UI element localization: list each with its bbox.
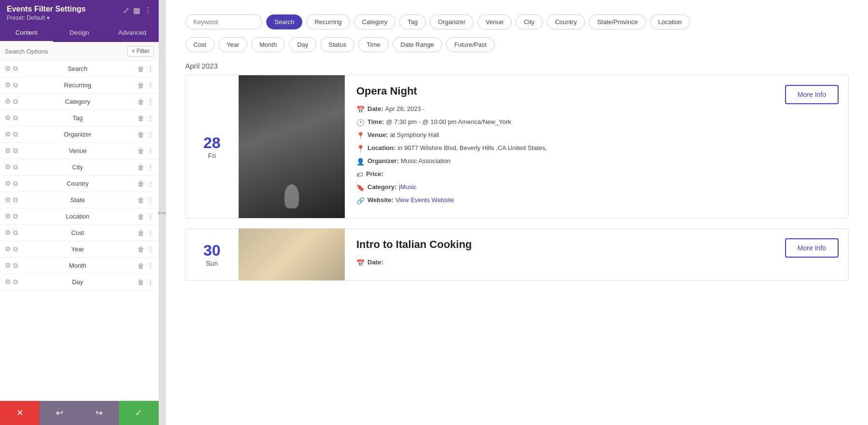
delete-icon[interactable]: 🗑 — [137, 114, 144, 122]
copy-icon[interactable]: ⧉ — [13, 114, 18, 122]
chip-country[interactable]: Country — [547, 14, 585, 29]
settings-icon[interactable]: ⚙ — [5, 261, 11, 270]
more-info-button-2[interactable]: More Info — [785, 238, 839, 258]
more-options-icon[interactable]: ⋮ — [147, 98, 154, 106]
filter-row-1: SearchRecurringCategoryTagOrganizerVenue… — [185, 14, 849, 29]
delete-icon[interactable]: 🗑 — [137, 229, 144, 237]
more-options-icon[interactable]: ⋮ — [147, 114, 154, 122]
chip-city[interactable]: City — [515, 14, 542, 29]
chip-tag[interactable]: Tag — [399, 14, 426, 29]
chip-recurring[interactable]: Recurring — [306, 14, 350, 29]
copy-icon[interactable]: ⧉ — [13, 65, 18, 73]
more-options-icon[interactable]: ⋮ — [147, 262, 154, 270]
more-info-button-1[interactable]: More Info — [785, 85, 839, 104]
copy-icon[interactable]: ⧉ — [13, 278, 18, 286]
settings-icon[interactable]: ⚙ — [5, 147, 11, 155]
settings-icon[interactable]: ⚙ — [5, 65, 11, 73]
tab-advanced[interactable]: Advanced — [106, 24, 159, 42]
chip-future-past[interactable]: Future/Past — [446, 37, 495, 52]
delete-icon[interactable]: 🗑 — [137, 213, 144, 220]
more-options-icon[interactable]: ⋮ — [147, 82, 154, 89]
settings-icon[interactable]: ⚙ — [5, 229, 11, 237]
expand-icon[interactable]: ⤢ — [123, 6, 129, 15]
search-options-input[interactable] — [5, 48, 127, 55]
copy-icon[interactable]: ⧉ — [13, 245, 18, 253]
more-options-icon[interactable]: ⋮ — [147, 246, 154, 253]
delete-icon[interactable]: 🗑 — [137, 262, 144, 270]
copy-icon[interactable]: ⧉ — [13, 196, 18, 204]
more-options-icon[interactable]: ⋮ — [147, 147, 154, 155]
more-options-icon[interactable]: ⋮ — [147, 131, 154, 138]
confirm-button[interactable]: ✓ — [119, 401, 159, 425]
more-options-icon[interactable]: ⋮ — [147, 229, 154, 237]
panel-item-label: Organizer — [21, 131, 135, 138]
delete-icon[interactable]: 🗑 — [137, 180, 144, 188]
copy-icon[interactable]: ⧉ — [13, 212, 18, 220]
chip-state-province[interactable]: State/Province — [589, 14, 646, 29]
panel-item-label: Country — [21, 180, 135, 187]
delete-icon[interactable]: 🗑 — [137, 196, 144, 204]
panel-item-label: Tag — [21, 114, 135, 122]
more-options-icon[interactable]: ⋮ — [147, 180, 154, 188]
redo-button[interactable]: ↪ — [80, 401, 119, 425]
keyword-input[interactable] — [185, 14, 262, 29]
settings-icon[interactable]: ⚙ — [5, 81, 11, 89]
delete-icon[interactable]: 🗑 — [137, 65, 144, 73]
copy-icon[interactable]: ⧉ — [13, 179, 18, 188]
copy-icon[interactable]: ⧉ — [13, 229, 18, 237]
delete-icon[interactable]: 🗑 — [137, 82, 144, 89]
chip-organizer[interactable]: Organizer — [430, 14, 474, 29]
delete-icon[interactable]: 🗑 — [137, 98, 144, 106]
settings-icon[interactable]: ⚙ — [5, 179, 11, 188]
copy-icon[interactable]: ⧉ — [13, 130, 18, 138]
organizer-label: Organizer: — [367, 156, 399, 166]
more-options-icon[interactable]: ⋮ — [147, 278, 154, 286]
settings-icon[interactable]: ⚙ — [5, 278, 11, 286]
settings-icon[interactable]: ⚙ — [5, 245, 11, 253]
website-link[interactable]: View Events Website — [395, 195, 454, 205]
copy-icon[interactable]: ⧉ — [13, 147, 18, 155]
chip-venue[interactable]: Venue — [477, 14, 512, 29]
chip-year[interactable]: Year — [218, 37, 247, 52]
undo-button[interactable]: ↩ — [40, 401, 79, 425]
panel-preset[interactable]: Preset: Default ▾ — [7, 14, 86, 21]
chip-status[interactable]: Status — [320, 37, 354, 52]
cancel-button[interactable]: ✕ — [0, 401, 40, 425]
copy-icon[interactable]: ⧉ — [13, 261, 18, 270]
chip-time[interactable]: Time — [358, 37, 388, 52]
settings-icon[interactable]: ⚙ — [5, 97, 11, 106]
more-options-icon[interactable]: ⋮ — [147, 65, 154, 73]
chip-search[interactable]: Search — [266, 14, 302, 29]
settings-icon[interactable]: ⚙ — [5, 196, 11, 204]
resize-handle[interactable]: ⟺ — [159, 0, 166, 425]
more-options-icon[interactable]: ⋮ — [147, 164, 154, 171]
copy-icon[interactable]: ⧉ — [13, 163, 18, 171]
copy-icon[interactable]: ⧉ — [13, 97, 18, 106]
more-options-icon[interactable]: ⋮ — [147, 196, 154, 204]
copy-icon[interactable]: ⧉ — [13, 81, 18, 89]
chip-category[interactable]: Category — [354, 14, 396, 29]
delete-icon[interactable]: 🗑 — [137, 131, 144, 138]
filter-button[interactable]: + Filter — [127, 46, 154, 56]
chip-month[interactable]: Month — [251, 37, 285, 52]
more-icon[interactable]: ⋮ — [144, 6, 152, 15]
delete-icon[interactable]: 🗑 — [137, 147, 144, 155]
delete-icon[interactable]: 🗑 — [137, 278, 144, 286]
settings-icon[interactable]: ⚙ — [5, 130, 11, 138]
more-options-icon[interactable]: ⋮ — [147, 213, 154, 220]
chip-date-range[interactable]: Date Range — [393, 37, 442, 52]
tab-design[interactable]: Design — [53, 24, 106, 42]
columns-icon[interactable]: ▦ — [133, 6, 140, 15]
date-label-2: Date: — [367, 258, 383, 267]
chip-day[interactable]: Day — [289, 37, 316, 52]
chip-location[interactable]: Location — [650, 14, 690, 29]
delete-icon[interactable]: 🗑 — [137, 164, 144, 171]
chip-cost[interactable]: Cost — [185, 37, 215, 52]
tab-content[interactable]: Content — [0, 24, 53, 42]
settings-icon[interactable]: ⚙ — [5, 163, 11, 171]
delete-icon[interactable]: 🗑 — [137, 246, 144, 253]
panel-item-label: City — [21, 164, 135, 171]
category-link[interactable]: Music — [400, 182, 417, 192]
settings-icon[interactable]: ⚙ — [5, 114, 11, 122]
settings-icon[interactable]: ⚙ — [5, 212, 11, 220]
